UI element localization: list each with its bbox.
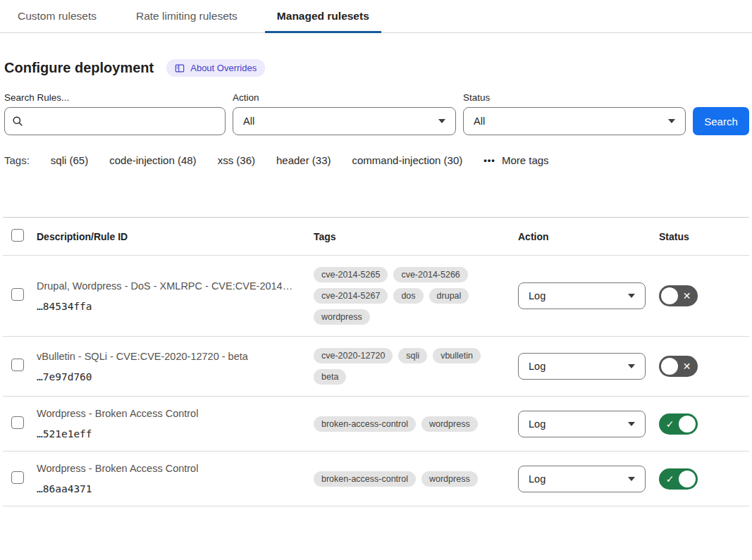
rule-description: Drupal, Wordpress - DoS - XMLRPC - CVE:C… <box>37 280 314 292</box>
rule-tags: cve-2014-5265cve-2014-5266cve-2014-5267d… <box>314 267 510 325</box>
column-header-action: Action <box>518 218 659 256</box>
rule-action-value: Log <box>529 290 545 301</box>
rule-description: Wordpress - Broken Access Control <box>37 408 314 419</box>
tag-pill: dos <box>393 288 423 304</box>
search-rules-label: Search Rules... <box>4 92 226 103</box>
row-checkbox[interactable] <box>11 471 24 484</box>
filters-row: Search Rules... Action All Status All <box>3 92 749 135</box>
tag-pill: broken-access-control <box>314 416 416 432</box>
table-row: Wordpress - Broken Access Control …521e1… <box>3 397 749 452</box>
rule-action-select[interactable]: Log <box>518 411 646 437</box>
table-row: vBulletin - SQLi - CVE:CVE-2020-12720 - … <box>3 337 749 397</box>
row-checkbox[interactable] <box>11 416 24 429</box>
table-row: Wordpress - Broken Access Control …86aa4… <box>3 452 749 506</box>
check-icon: ✓ <box>661 474 679 484</box>
status-filter-select[interactable]: All <box>463 107 686 135</box>
tag-pill: cve-2020-12720 <box>314 348 393 363</box>
tag-pill: vbulletin <box>433 348 481 363</box>
search-button[interactable]: Search <box>693 107 749 135</box>
rule-action-select[interactable]: Log <box>518 353 646 380</box>
tab-managed-rulesets[interactable]: Managed rulesets <box>265 0 381 32</box>
check-icon: ✓ <box>661 419 679 429</box>
select-all-checkbox[interactable] <box>11 229 24 242</box>
main-content: Configure deployment About Overrides Sea… <box>0 59 752 506</box>
search-input-wrapper <box>4 107 226 135</box>
rule-status-toggle[interactable]: ✓ ✕ <box>659 413 698 435</box>
rule-description: vBulletin - SQLi - CVE:CVE-2020-12720 - … <box>37 351 314 362</box>
action-filter: Action All <box>233 92 456 135</box>
rule-action-select[interactable]: Log <box>518 282 646 309</box>
rule-tags: broken-access-controlwordpress <box>314 471 510 487</box>
toggle-knob <box>661 287 678 304</box>
ellipsis-icon: ••• <box>483 155 495 166</box>
about-overrides-label: About Overrides <box>190 63 257 73</box>
rule-id: …7e97d760 <box>37 371 314 382</box>
rule-description: Wordpress - Broken Access Control <box>37 463 314 474</box>
tag-pill: beta <box>314 369 346 385</box>
rule-tags: broken-access-controlwordpress <box>314 416 510 432</box>
chevron-down-icon <box>628 477 635 481</box>
tag-filter-header[interactable]: header (33) <box>276 154 331 166</box>
chevron-down-icon <box>438 119 445 123</box>
chevron-down-icon <box>628 364 635 368</box>
rule-id: …86aa4371 <box>37 483 314 494</box>
rule-action-value: Log <box>529 361 545 372</box>
tag-pill: wordpress <box>421 416 478 432</box>
x-icon: ✕ <box>678 361 696 371</box>
tag-pill: cve-2014-5267 <box>314 288 388 304</box>
rules-table: Description/Rule ID Tags Action Status D… <box>3 217 749 506</box>
row-checkbox[interactable] <box>11 288 24 301</box>
tag-pill: broken-access-control <box>314 471 416 487</box>
toggle-knob <box>679 471 696 487</box>
search-icon <box>12 116 23 127</box>
column-header-description: Description/Rule ID <box>37 218 314 256</box>
search-input[interactable] <box>29 116 218 127</box>
column-header-status: Status <box>659 218 749 256</box>
tab-custom-rulesets[interactable]: Custom rulesets <box>6 0 109 32</box>
chevron-down-icon <box>628 422 635 426</box>
search-filter: Search Rules... <box>4 92 226 135</box>
rule-action-value: Log <box>529 473 545 485</box>
rule-action-select[interactable]: Log <box>518 466 646 492</box>
status-filter: Status All <box>463 92 686 135</box>
more-tags-label: More tags <box>502 154 549 166</box>
tags-bar-label: Tags: <box>4 154 30 166</box>
x-icon: ✕ <box>678 291 696 301</box>
rule-id: …84534ffa <box>37 301 314 312</box>
rule-id: …521e1eff <box>37 428 314 440</box>
tags-bar: Tags: sqli (65) code-injection (48) xss … <box>3 154 749 166</box>
ruleset-tabbar: Custom rulesets Rate limiting rulesets M… <box>0 0 752 33</box>
toggle-knob <box>661 358 678 375</box>
rule-tags: cve-2020-12720sqlivbulletinbeta <box>314 348 510 385</box>
row-checkbox[interactable] <box>11 359 24 371</box>
tag-pill: wordpress <box>314 309 370 325</box>
rule-status-toggle[interactable]: ✓ ✕ <box>659 285 698 306</box>
tag-filter-xss[interactable]: xss (36) <box>218 154 255 166</box>
tab-rate-limiting-rulesets[interactable]: Rate limiting rulesets <box>124 0 249 32</box>
column-header-tags: Tags <box>314 218 518 256</box>
heading-row: Configure deployment About Overrides <box>3 59 749 77</box>
tag-pill: cve-2014-5266 <box>393 267 467 282</box>
tag-filter-sqli[interactable]: sqli (65) <box>51 154 88 166</box>
page-title: Configure deployment <box>4 60 154 76</box>
tag-pill: cve-2014-5265 <box>314 267 388 282</box>
book-icon <box>175 63 185 73</box>
table-row: Drupal, Wordpress - DoS - XMLRPC - CVE:C… <box>3 256 749 337</box>
tag-filter-command-injection[interactable]: command-injection (30) <box>352 154 463 166</box>
chevron-down-icon <box>668 119 675 123</box>
status-label: Status <box>463 92 686 103</box>
tag-filter-code-injection[interactable]: code-injection (48) <box>109 154 196 166</box>
tag-pill: wordpress <box>421 471 478 487</box>
chevron-down-icon <box>628 294 635 298</box>
toggle-knob <box>679 416 696 433</box>
rule-status-toggle[interactable]: ✓ ✕ <box>659 356 698 377</box>
table-header-row: Description/Rule ID Tags Action Status <box>3 218 749 256</box>
tag-pill: drupal <box>429 288 469 304</box>
rule-status-toggle[interactable]: ✓ ✕ <box>659 468 698 490</box>
action-label: Action <box>233 92 456 103</box>
tag-pill: sqli <box>398 348 427 363</box>
about-overrides-link[interactable]: About Overrides <box>166 59 265 77</box>
more-tags-button[interactable]: ••• More tags <box>483 154 548 166</box>
status-filter-value: All <box>474 116 485 127</box>
action-filter-select[interactable]: All <box>233 107 456 135</box>
